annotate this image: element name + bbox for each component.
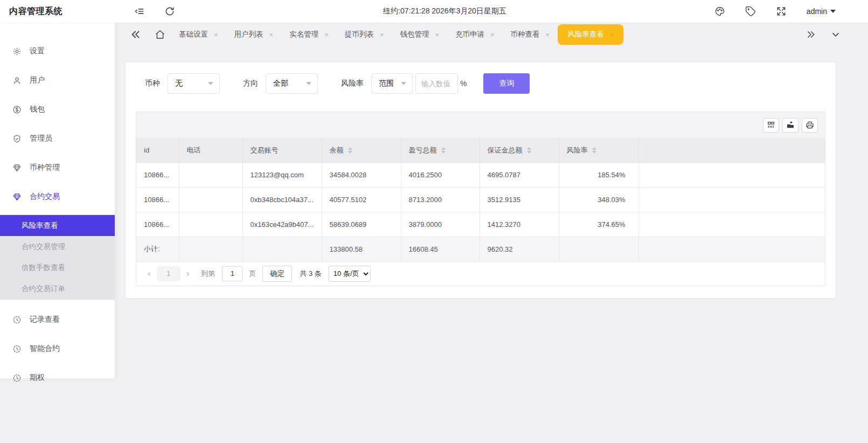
tab-close-icon[interactable]: × — [546, 31, 550, 38]
cell-pnl-total: 3879.0000 — [401, 212, 480, 237]
submenu-item-risk-rate-view[interactable]: 风险率查看 — [0, 215, 115, 236]
cell-empty — [638, 187, 825, 212]
tab-withdraw-list[interactable]: 提币列表 × — [337, 24, 392, 45]
tab-label: 实名管理 — [289, 30, 318, 39]
tab-close-icon[interactable]: × — [380, 31, 384, 38]
top-header: 内容管理系统 纽约:07:21:28 2026年3月20日星期五 admin — [0, 0, 868, 23]
tab-deposit-request[interactable]: 充币申请 × — [447, 24, 503, 45]
shield-check-icon — [12, 134, 22, 143]
goto-page-label: 到第 — [201, 269, 215, 279]
tab-close-icon[interactable]: × — [269, 31, 274, 38]
home-icon[interactable] — [155, 29, 165, 40]
sidebar-item-users[interactable]: 用户 — [0, 66, 115, 95]
goto-page-input[interactable] — [222, 266, 242, 281]
cell-balance: 58639.0689 — [322, 212, 401, 237]
cell-id: 10866... — [136, 187, 179, 212]
user-menu[interactable]: admin — [807, 7, 836, 16]
currency-filter-label: 币种 — [145, 79, 160, 88]
col-header-margin-total[interactable]: 保证金总额 — [480, 139, 559, 162]
history-icon — [12, 373, 22, 383]
collapse-sidebar-icon[interactable] — [134, 6, 145, 17]
cell-account: 0xb348cbc104a37... — [242, 187, 322, 212]
risk-value-input[interactable] — [415, 73, 458, 94]
column-settings-button[interactable] — [763, 118, 779, 133]
subtotal-margin: 9620.32 — [480, 237, 559, 261]
tabs-scroll-right-icon[interactable] — [805, 29, 816, 40]
direction-select[interactable]: 全部 — [266, 73, 318, 94]
print-button[interactable] — [802, 118, 818, 133]
tab-close-icon[interactable]: × — [214, 31, 218, 38]
page-number-button[interactable]: 1 — [157, 266, 180, 281]
col-header-id: id — [136, 139, 179, 162]
page-size-select[interactable]: 10 条/页 — [329, 266, 371, 282]
tab-label: 币种查看 — [511, 30, 540, 39]
sidebar-item-label: 智能合约 — [30, 344, 60, 354]
fullscreen-icon[interactable] — [776, 6, 787, 17]
subtotal-label: 小计: — [136, 237, 179, 261]
refresh-icon[interactable] — [164, 6, 175, 17]
sidebar-item-label: 币种管理 — [30, 163, 60, 172]
currency-select[interactable]: 无 — [168, 73, 220, 94]
sidebar-item-wallet[interactable]: 钱包 — [0, 95, 115, 124]
chevron-down-icon — [208, 82, 213, 85]
tab-bar: 基础设置 × 用户列表 × 实名管理 × 提币列表 × 钱包管理 × 充币申请 … — [115, 23, 868, 46]
table-row: 10866... 123123@qq.com 34584.0028 4016.2… — [136, 162, 825, 187]
tabs-scroll-left-icon[interactable] — [130, 29, 142, 40]
cell-phone — [179, 187, 242, 212]
cell-risk-rate: 374.65% — [559, 212, 638, 237]
confirm-page-button[interactable]: 确定 — [262, 266, 292, 282]
username: admin — [807, 7, 827, 16]
sidebar-item-settings[interactable]: 设置 — [0, 37, 115, 66]
tab-close-icon[interactable]: × — [610, 31, 614, 38]
sort-icon[interactable] — [348, 147, 352, 154]
sort-icon[interactable] — [441, 147, 446, 154]
tab-currency-view[interactable]: 币种查看 × — [503, 24, 558, 45]
sort-icon[interactable] — [592, 147, 596, 154]
sidebar: 设置 用户 钱包 管理员 币种管理 合约交易 风险率查看 合约交易管理 倍数手数… — [0, 23, 115, 378]
col-header-balance[interactable]: 余额 — [322, 139, 401, 162]
tab-user-list[interactable]: 用户列表 × — [226, 24, 282, 45]
submenu-item-contract-trade-orders[interactable]: 合约交易订单 — [0, 278, 115, 299]
cell-phone — [179, 162, 242, 187]
table-row: 10866... 0x163ce42a9b407... 58639.0689 3… — [136, 212, 825, 237]
tab-risk-rate-view[interactable]: 风险率查看 × — [558, 24, 623, 45]
sort-icon[interactable] — [527, 147, 531, 154]
tab-close-icon[interactable]: × — [435, 31, 439, 38]
cell-margin-total: 3512.9135 — [480, 187, 559, 212]
col-header-phone: 电话 — [179, 139, 242, 162]
tab-label: 充币申请 — [455, 30, 484, 39]
cell-risk-rate: 348.03% — [559, 187, 638, 212]
next-page-icon[interactable]: › — [184, 269, 192, 278]
tab-wallet-mgmt[interactable]: 钱包管理 × — [392, 24, 447, 45]
theme-palette-icon[interactable] — [714, 6, 725, 17]
tag-icon[interactable] — [745, 6, 756, 17]
submenu-item-multiplier-lots-view[interactable]: 倍数手数查看 — [0, 257, 115, 278]
search-button[interactable]: 查询 — [483, 73, 530, 94]
prev-page-icon[interactable]: ‹ — [145, 269, 153, 278]
tab-label: 提币列表 — [345, 30, 374, 39]
col-header-empty — [638, 139, 825, 162]
sidebar-item-contract-trade[interactable]: 合约交易 — [0, 182, 115, 211]
export-button[interactable] — [782, 118, 798, 133]
cell-id: 10866... — [136, 162, 179, 187]
sidebar-item-smart-contract[interactable]: 智能合约 — [0, 334, 115, 363]
risk-rate-filter-label: 风险率 — [341, 79, 364, 88]
cell-account: 123123@qq.com — [242, 162, 322, 187]
tab-close-icon[interactable]: × — [490, 31, 495, 38]
contract-trade-submenu: 风险率查看 合约交易管理 倍数手数查看 合约交易订单 — [0, 214, 115, 300]
tab-basic-settings[interactable]: 基础设置 × — [171, 24, 226, 45]
tabs-menu-chevron-icon[interactable] — [830, 29, 841, 40]
tab-kyc-mgmt[interactable]: 实名管理 × — [281, 24, 337, 45]
tab-close-icon[interactable]: × — [324, 31, 329, 38]
col-header-risk-rate[interactable]: 风险率 — [559, 139, 638, 162]
columns-icon — [767, 121, 775, 129]
submenu-item-contract-trade-mgmt[interactable]: 合约交易管理 — [0, 236, 115, 257]
sidebar-item-currency-mgmt[interactable]: 币种管理 — [0, 153, 115, 182]
risk-mode-select[interactable]: 范围 — [371, 73, 413, 94]
cell-pnl-total: 4016.2500 — [401, 162, 480, 187]
tab-label: 钱包管理 — [400, 30, 429, 39]
col-header-pnl-total[interactable]: 盈亏总额 — [401, 139, 480, 162]
sidebar-item-admins[interactable]: 管理员 — [0, 124, 115, 153]
sidebar-item-options[interactable]: 期权 — [0, 363, 115, 392]
sidebar-item-records-view[interactable]: 记录查看 — [0, 305, 115, 334]
